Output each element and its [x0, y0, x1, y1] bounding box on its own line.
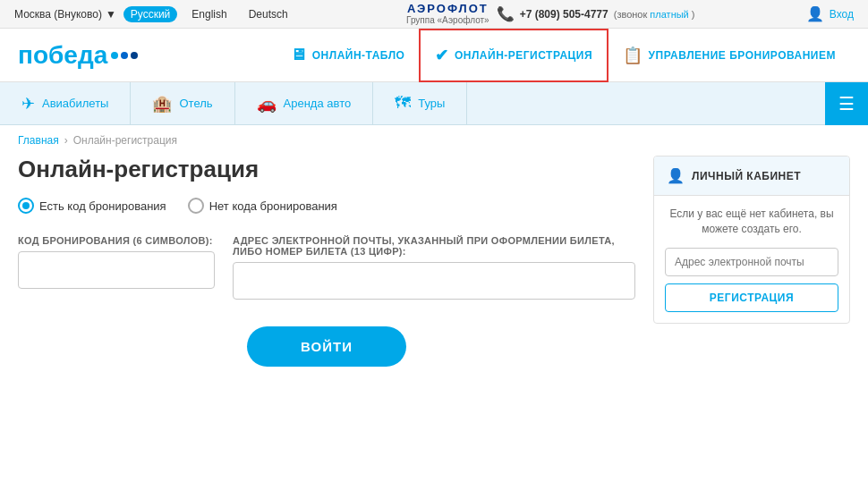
- tab-hotel[interactable]: 🏨 Отель: [131, 82, 234, 125]
- sidebar-description: Если у вас ещё нет кабинета, вы можете с…: [665, 207, 838, 237]
- top-bar: Москва (Внуково) ▼ Русский English Deuts…: [0, 0, 868, 29]
- main-header: победа 🖥 ОНЛАЙН-ТАБЛО ✔ ОНЛАЙН-РЕГИСТРАЦ…: [0, 29, 868, 82]
- nav-booking-label: УПРАВЛЕНИЕ БРОНИРОВАНИЕМ: [649, 49, 836, 62]
- hotel-icon: 🏨: [152, 94, 172, 114]
- radio-no-code[interactable]: Нет кода бронирования: [188, 198, 337, 214]
- breadcrumb-separator: ›: [64, 134, 68, 147]
- header-nav: 🖥 ОНЛАЙН-ТАБЛО ✔ ОНЛАЙН-РЕГИСТРАЦИЯ 📋 УП…: [276, 29, 850, 82]
- sidebar-register-button[interactable]: РЕГИСТРАЦИЯ: [665, 283, 838, 312]
- lang-ru-button[interactable]: Русский: [123, 6, 178, 22]
- content-left: Онлайн-регистрация Есть код бронирования…: [18, 156, 635, 367]
- phone-note: (звонок платный ): [614, 9, 695, 20]
- logo-dot-3: [131, 52, 138, 59]
- tab-hotel-label: Отель: [179, 97, 212, 110]
- login-button[interactable]: ВОЙТИ: [247, 326, 406, 367]
- tab-car-label: Аренда авто: [284, 97, 352, 110]
- logo[interactable]: победа: [18, 41, 138, 70]
- board-icon: 🖥: [290, 46, 307, 64]
- breadcrumb-home[interactable]: Главная: [18, 134, 59, 147]
- page-title: Онлайн-регистрация: [18, 156, 635, 183]
- radio-with-code[interactable]: Есть код бронирования: [18, 198, 166, 214]
- sidebar-box: 👤 ЛИЧНЫЙ КАБИНЕТ Если у вас ещё нет каби…: [653, 156, 850, 324]
- breadcrumb: Главная › Онлайн-регистрация: [0, 125, 868, 156]
- sidebar-user-icon: 👤: [667, 167, 685, 184]
- hamburger-icon: ☰: [838, 93, 855, 114]
- sidebar: 👤 ЛИЧНЫЙ КАБИНЕТ Если у вас ещё нет каби…: [653, 156, 850, 367]
- city-selector[interactable]: Москва (Внуково) ▼: [14, 8, 116, 21]
- flights-icon: ✈: [21, 94, 35, 114]
- phone-link[interactable]: платный: [650, 9, 688, 20]
- tab-car[interactable]: 🚗 Аренда авто: [235, 82, 374, 125]
- radio-with-code-circle: [18, 198, 34, 214]
- sidebar-body: Если у вас ещё нет кабинета, вы можете с…: [654, 196, 849, 323]
- breadcrumb-current: Онлайн-регистрация: [73, 134, 177, 147]
- tours-icon: 🗺: [395, 94, 411, 113]
- user-icon: 👤: [806, 5, 824, 22]
- city-arrow: ▼: [106, 8, 116, 21]
- top-bar-left: Москва (Внуково) ▼ Русский English Deuts…: [14, 6, 295, 22]
- email-ticket-label: АДРЕС ЭЛЕКТРОННОЙ ПОЧТЫ, УКАЗАННЫЙ ПРИ О…: [233, 235, 635, 257]
- phone-info: 📞 +7 (809) 505-4777 (звонок платный ): [497, 5, 695, 22]
- city-name: Москва (Внуково): [14, 8, 102, 21]
- aeroflot-logo: АЭРОФЛОТ Группа «Аэрофлот»: [406, 2, 489, 27]
- email-ticket-input[interactable]: [233, 262, 635, 300]
- nav-menu-button[interactable]: ☰: [825, 82, 868, 125]
- login-label: Вход: [830, 8, 854, 21]
- tab-tours-label: Туры: [418, 97, 445, 110]
- logo-dot-2: [121, 52, 128, 59]
- aeroflot-group: Группа «Аэрофлот»: [406, 15, 489, 26]
- nav-checkin-label: ОНЛАЙН-РЕГИСТРАЦИЯ: [455, 49, 592, 62]
- nav-board[interactable]: 🖥 ОНЛАЙН-ТАБЛО: [276, 29, 419, 82]
- phone-number: +7 (809) 505-4777: [520, 8, 608, 21]
- radio-with-code-label: Есть код бронирования: [39, 199, 166, 213]
- booking-code-input[interactable]: [18, 251, 215, 289]
- sidebar-email-input[interactable]: [665, 248, 838, 276]
- lang-en-button[interactable]: English: [184, 6, 234, 22]
- logo-dot-1: [111, 52, 118, 59]
- form-row: КОД БРОНИРОВАНИЯ (6 СИМВОЛОВ): АДРЕС ЭЛЕ…: [18, 235, 635, 300]
- sidebar-header-text: ЛИЧНЫЙ КАБИНЕТ: [692, 170, 801, 182]
- top-bar-center: АЭРОФЛОТ Группа «Аэрофлот» 📞 +7 (809) 50…: [406, 2, 694, 27]
- nav-board-label: ОНЛАЙН-ТАБЛО: [312, 49, 405, 62]
- tab-flights-label: Авиабилеты: [42, 97, 108, 110]
- phone-icon: 📞: [497, 5, 515, 22]
- email-ticket-group: АДРЕС ЭЛЕКТРОННОЙ ПОЧТЫ, УКАЗАННЫЙ ПРИ О…: [233, 235, 635, 300]
- booking-code-label: КОД БРОНИРОВАНИЯ (6 СИМВОЛОВ):: [18, 235, 215, 246]
- nav-checkin[interactable]: ✔ ОНЛАЙН-РЕГИСТРАЦИЯ: [419, 29, 608, 82]
- login-btn-row: ВОЙТИ: [18, 326, 635, 367]
- login-link[interactable]: 👤 Вход: [806, 5, 854, 22]
- aeroflot-brand: АЭРОФЛОТ: [407, 2, 489, 16]
- logo-text: победа: [18, 41, 107, 70]
- radio-group: Есть код бронирования Нет кода бронирова…: [18, 198, 635, 214]
- nav-tabs: ✈ Авиабилеты 🏨 Отель 🚗 Аренда авто 🗺 Тур…: [0, 82, 868, 125]
- main-content: Онлайн-регистрация Есть код бронирования…: [0, 156, 868, 385]
- tab-flights[interactable]: ✈ Авиабилеты: [0, 82, 131, 125]
- radio-no-code-circle: [188, 198, 204, 214]
- logo-dots: [111, 52, 138, 59]
- booking-icon: 📋: [623, 46, 643, 65]
- tab-tours[interactable]: 🗺 Туры: [373, 82, 467, 125]
- radio-no-code-label: Нет кода бронирования: [209, 199, 337, 213]
- nav-booking[interactable]: 📋 УПРАВЛЕНИЕ БРОНИРОВАНИЕМ: [608, 29, 850, 82]
- sidebar-header: 👤 ЛИЧНЫЙ КАБИНЕТ: [654, 156, 849, 196]
- lang-de-button[interactable]: Deutsch: [242, 6, 295, 22]
- car-icon: 🚗: [257, 94, 277, 114]
- booking-code-group: КОД БРОНИРОВАНИЯ (6 СИМВОЛОВ):: [18, 235, 215, 300]
- checkin-icon: ✔: [435, 46, 449, 65]
